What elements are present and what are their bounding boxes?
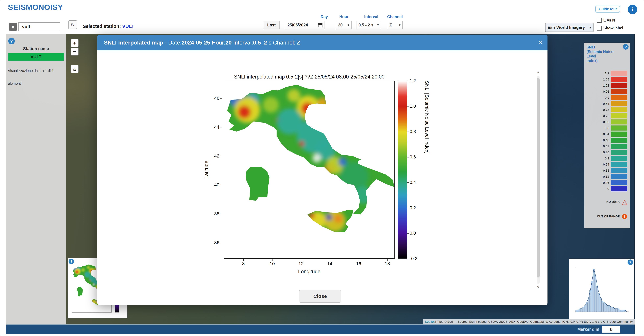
legend-entry-value: 0.6: [605, 126, 609, 130]
evsn-checkbox-row[interactable]: E vs N: [597, 18, 615, 23]
home-button[interactable]: ⌂: [71, 65, 78, 73]
legend-no-data-row: NO-DATA △: [606, 198, 627, 205]
legend-entry: 0.3: [584, 155, 630, 162]
show-label-checkbox[interactable]: [597, 26, 602, 30]
legend-entry-value: 1.2: [605, 72, 609, 75]
guide-tour-button[interactable]: Guide tour: [596, 5, 620, 12]
y-tick: 46: [207, 96, 219, 101]
colorbar-tick: 1.2: [410, 78, 416, 83]
histogram-help-icon[interactable]: ?: [628, 259, 633, 265]
sidebar-help-icon[interactable]: ?: [8, 38, 15, 44]
legend-entry-swatch: [611, 138, 627, 143]
legend-entry: 0.18: [584, 168, 630, 173]
legend-entry-value: 1.02: [603, 84, 609, 87]
legend-entry-swatch: [611, 101, 627, 106]
channel-label: Channel: [387, 14, 403, 19]
y-tick: 40: [207, 182, 219, 187]
day-label: Day: [320, 14, 328, 19]
x-tick-labels: 81012141618: [224, 261, 394, 268]
legend-entry-swatch: [611, 150, 627, 155]
hour-select[interactable]: 20 ▾: [336, 21, 352, 29]
modal-title-segment: - Date:: [165, 39, 182, 46]
legend-entry-swatch: [611, 132, 627, 137]
colorbar-tick: 0.8: [410, 129, 416, 134]
y-tick: 36: [207, 240, 219, 245]
modal-title-segment: Interval:: [232, 39, 253, 46]
selected-station-label: Selected station:: [83, 24, 121, 29]
legend-entry-value: 0.66: [603, 120, 609, 124]
legend-entry: 0.9: [584, 95, 630, 101]
no-data-triangle-icon: △: [622, 198, 627, 205]
legend-entry-swatch: [611, 186, 627, 191]
marker-dim-label: Marker dim: [578, 327, 599, 332]
station-item-vult[interactable]: VULT: [8, 53, 64, 61]
evsn-checkbox-label: E vs N: [604, 18, 615, 22]
legend-entry-value: 1.08: [603, 78, 609, 81]
refresh-button[interactable]: ↻: [68, 20, 77, 29]
y-axis-label: Latitude: [204, 161, 210, 179]
modal-title-segment: 20: [226, 39, 232, 46]
legend-entry-value: 0.54: [603, 132, 609, 136]
legend-entry-value: 0.12: [603, 175, 609, 178]
scroll-up-icon[interactable]: ∧: [536, 70, 540, 74]
scrollbar-thumb[interactable]: [537, 78, 540, 278]
modal-close-icon[interactable]: ×: [538, 38, 542, 47]
legend-entry-swatch: [611, 168, 627, 173]
modal-title-segment: Z: [297, 39, 300, 46]
hour-label: Hour: [339, 14, 348, 19]
legend-entry-value: 0.42: [603, 145, 609, 148]
date-picker[interactable]: 25/05/2024: [285, 21, 325, 29]
channel-select[interactable]: Z ▾: [387, 21, 403, 29]
legend-entry-swatch: [611, 126, 627, 131]
modal-title-segment: 0.5_2: [253, 39, 267, 46]
legend-help-icon[interactable]: ?: [623, 44, 628, 50]
colorbar-label: SNLI [Seismic Noise Level Index]: [424, 81, 430, 259]
legend-entry-value: 0.78: [603, 108, 609, 112]
attribution-text: | Tiles © Esri — Source: Esri, i-cubed, …: [435, 320, 633, 324]
legend-entry-value: 0: [607, 187, 609, 191]
legend-entry-swatch: [611, 77, 627, 82]
y-tick: 44: [207, 125, 219, 130]
selected-station-value: VULT: [122, 24, 134, 29]
evsn-checkbox[interactable]: [597, 18, 602, 23]
legend-entry-value: 0.3: [605, 157, 609, 160]
show-label-checkbox-row[interactable]: Show label: [597, 26, 623, 30]
legend-title-line3: Index): [586, 59, 621, 63]
zoom-out-button[interactable]: −: [71, 48, 78, 55]
legend-entry: 0.96: [584, 89, 630, 95]
clear-search-button[interactable]: ×: [9, 23, 17, 31]
legend-entry-swatch: [611, 180, 627, 185]
x-tick: 16: [356, 261, 361, 266]
modal-header: SNLI interpolated map - Date:2024-05-25 …: [97, 35, 548, 50]
modal-title-segment: 2024-05-25: [182, 39, 210, 46]
scroll-down-icon[interactable]: ∨: [536, 285, 540, 289]
legend-entry: 0.72: [584, 113, 630, 119]
legend-entry-swatch: [611, 156, 627, 161]
snli-legend-panel: SNLI (Seismic Noise Level Index) ? 1.21.…: [584, 43, 630, 228]
italy-heatmap: [224, 81, 394, 258]
y-tick: 42: [207, 153, 219, 159]
chevron-down-icon: ▾: [348, 23, 349, 27]
search-input[interactable]: [18, 22, 60, 31]
legend-entry-value: 0.06: [603, 181, 609, 184]
leaflet-link[interactable]: Leaflet: [425, 320, 434, 324]
legend-title-line2: (Seismic Noise Level: [586, 50, 621, 59]
calendar-icon: [318, 23, 322, 27]
interval-select[interactable]: 0.5 - 2 s ▾: [356, 21, 381, 29]
no-data-label: NO-DATA: [606, 200, 620, 204]
legend-entry: 1.08: [584, 76, 630, 82]
legend-entry-swatch: [611, 119, 627, 125]
histogram-thumbnail[interactable]: ?: [569, 259, 634, 320]
x-tick: 14: [327, 261, 332, 266]
colorbar: [398, 81, 407, 259]
marker-dim-input[interactable]: [602, 326, 620, 333]
close-button[interactable]: Close: [299, 290, 341, 303]
legend-entry-value: 0.9: [605, 96, 609, 100]
info-icon[interactable]: i: [628, 4, 637, 14]
legend-entry-swatch: [611, 83, 627, 88]
x-tick: 18: [385, 261, 390, 266]
basemap-select[interactable]: Esri World Imagery ▾: [545, 23, 594, 32]
last-button[interactable]: Last: [263, 21, 280, 29]
legend-entries: 1.21.081.020.960.90.840.780.720.660.60.5…: [584, 70, 630, 192]
zoom-in-button[interactable]: +: [71, 39, 78, 47]
